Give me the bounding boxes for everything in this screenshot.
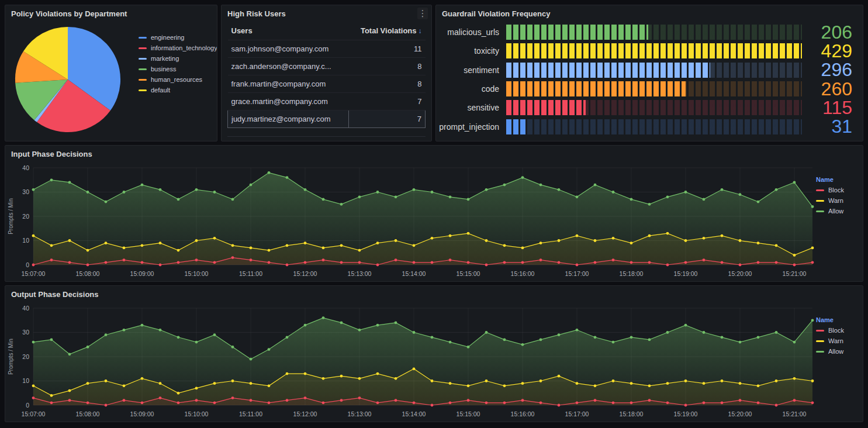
svg-text:15:19:00: 15:19:00	[674, 410, 698, 417]
svg-text:15:09:00: 15:09:00	[130, 410, 154, 417]
timeseries-legend: NameBlockWarnAllow	[816, 302, 862, 420]
legend-item-warn[interactable]: Warn	[816, 195, 862, 206]
svg-text:15:15:00: 15:15:00	[457, 410, 480, 417]
top-row: Policy Violations by Department engineer…	[5, 5, 863, 141]
kebab-menu-icon[interactable]: ⋮	[417, 8, 428, 19]
svg-text:0: 0	[26, 402, 29, 409]
pie-legend-item-information_technology[interactable]: information_technology	[139, 43, 217, 53]
gauge-bar-lit	[506, 43, 802, 58]
legend-label: human_resources	[151, 74, 202, 85]
pie-legend-item-default[interactable]: default	[139, 85, 217, 95]
legend-title[interactable]: Name	[816, 316, 862, 323]
svg-text:15:16:00: 15:16:00	[511, 410, 535, 417]
legend-item-warn[interactable]: Warn	[816, 336, 862, 346]
gauge-label: code	[438, 84, 506, 94]
cell-total-violations: 7	[348, 111, 425, 128]
panel-output-phase-decisions: Output Phase Decisions 01020304015:07:00…	[5, 285, 863, 422]
legend-label: engineering	[151, 32, 185, 43]
pie-legend-item-marketing[interactable]: marketing	[139, 53, 217, 64]
panel-input-phase-decisions: Input Phase Decisions 01020304015:07:001…	[5, 145, 863, 282]
gauge-value: 206	[802, 23, 858, 42]
table-row[interactable]: grace.martin@company.com7	[228, 93, 426, 111]
cell-user: grace.martin@company.com	[228, 93, 349, 111]
cell-total-violations: 7	[348, 93, 425, 111]
legend-item-allow[interactable]: Allow	[816, 346, 862, 357]
gauge-value: 115	[802, 99, 858, 117]
legend-item-allow[interactable]: Allow	[816, 206, 862, 216]
grafana-dashboard: Policy Violations by Department engineer…	[0, 0, 868, 428]
legend-item-block[interactable]: Block	[816, 325, 862, 336]
gauge-bar	[506, 100, 802, 115]
panel-high-risk-users: High Risk Users ⋮ Users Total Violations…	[221, 5, 432, 141]
svg-text:15:11:00: 15:11:00	[239, 270, 262, 277]
timeseries-body: 01020304015:07:0015:08:0015:09:0015:10:0…	[5, 162, 863, 281]
svg-text:15:07:00: 15:07:00	[22, 410, 46, 417]
table-footer-divider	[227, 136, 426, 141]
legend-swatch	[816, 351, 824, 353]
svg-text:15:12:00: 15:12:00	[293, 410, 317, 417]
table-row[interactable]: sam.johnson@company.com11	[228, 40, 426, 58]
legend-item-block[interactable]: Block	[816, 185, 862, 195]
legend-label: default	[151, 85, 170, 95]
panel-title[interactable]: Output Phase Decisions	[11, 290, 99, 299]
cell-user: frank.martin@company.com	[228, 75, 349, 93]
gauge-value: 429	[802, 42, 858, 60]
gauge-label: malicious_urls	[438, 27, 506, 37]
timeseries-body: 01020304015:07:0015:08:0015:09:0015:10:0…	[5, 302, 863, 422]
legend-swatch	[139, 47, 147, 49]
pie-legend-item-human_resources[interactable]: human_resources	[139, 74, 217, 85]
panel-title[interactable]: High Risk Users	[227, 9, 286, 18]
pie-chart-body: engineeringinformation_technologymarketi…	[5, 22, 217, 141]
svg-text:15:17:00: 15:17:00	[565, 410, 589, 417]
legend-title[interactable]: Name	[816, 176, 862, 183]
svg-text:15:08:00: 15:08:00	[76, 270, 100, 277]
gauge-label: sentiment	[438, 65, 506, 75]
bar-gauge-body: malicious_urls206toxicity429sentiment296…	[436, 22, 863, 141]
gauge-value: 260	[802, 80, 858, 98]
panel-title[interactable]: Guardrail Violation Frequency	[442, 9, 550, 18]
table-row[interactable]: judy.martinez@company.com7	[228, 111, 426, 128]
table-row[interactable]: frank.martin@company.com8	[228, 75, 426, 93]
legend-swatch	[816, 189, 824, 191]
table-row[interactable]: zach.anderson@company.c...8	[228, 58, 426, 75]
gauge-bar-lit	[506, 25, 648, 40]
legend-label: marketing	[151, 53, 179, 64]
legend-label: information_technology	[151, 43, 217, 53]
svg-text:10: 10	[22, 377, 29, 384]
column-header-users[interactable]: Users	[228, 22, 349, 40]
gauge-bar-unlit	[506, 119, 802, 134]
legend-label: Allow	[828, 346, 843, 357]
gauge-value: 296	[802, 61, 858, 79]
svg-text:0: 0	[26, 261, 29, 268]
legend-swatch	[139, 37, 147, 39]
legend-label: Warn	[828, 195, 843, 206]
column-header-total-violations[interactable]: Total Violations↓	[348, 22, 425, 40]
svg-text:30: 30	[22, 329, 29, 336]
gauge-bar-lit	[506, 100, 586, 115]
svg-text:15:07:00: 15:07:00	[22, 270, 46, 277]
panel-title[interactable]: Input Phase Decisions	[11, 150, 92, 158]
pie-legend-item-engineering[interactable]: engineering	[139, 32, 217, 43]
legend-label: Warn	[828, 336, 843, 346]
gauge-bar-lit	[506, 63, 710, 78]
cell-user: zach.anderson@company.c...	[228, 58, 349, 75]
pie-legend-item-business[interactable]: business	[139, 64, 217, 74]
input-timeseries-chart: 01020304015:07:0015:08:0015:09:0015:10:0…	[6, 162, 816, 280]
svg-text:Prompts / Min: Prompts / Min	[8, 198, 14, 234]
svg-text:15:10:00: 15:10:00	[185, 410, 209, 417]
legend-swatch	[139, 89, 147, 91]
cell-total-violations: 8	[348, 58, 425, 75]
pie-chart	[13, 25, 122, 134]
svg-text:15:21:00: 15:21:00	[783, 410, 807, 417]
panel-guardrail-violation-frequency: Guardrail Violation Frequency malicious_…	[435, 5, 863, 141]
svg-text:15:12:00: 15:12:00	[293, 270, 317, 277]
gauge-bar-lit	[506, 81, 686, 96]
panel-header: High Risk Users	[222, 5, 431, 22]
svg-text:15:10:00: 15:10:00	[185, 270, 209, 277]
svg-text:15:18:00: 15:18:00	[620, 410, 644, 417]
svg-text:15:17:00: 15:17:00	[565, 270, 589, 277]
svg-text:15:16:00: 15:16:00	[511, 270, 535, 277]
panel-title[interactable]: Policy Violations by Department	[11, 9, 127, 18]
legend-swatch	[816, 200, 824, 202]
cell-user: judy.martinez@company.com	[228, 111, 349, 128]
